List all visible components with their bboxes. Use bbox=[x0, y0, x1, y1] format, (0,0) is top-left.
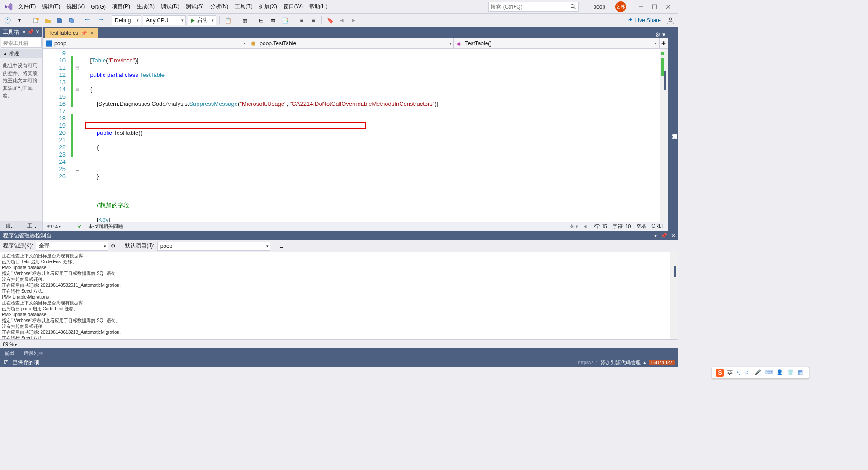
menu-project[interactable]: 项目(P) bbox=[109, 1, 133, 12]
config-dropdown[interactable]: Debug bbox=[112, 15, 141, 25]
document-tabstrip: TestTable.cs 📌 ✕ ⚙ ▾ bbox=[43, 27, 668, 38]
console-clear-icon[interactable]: ≣ bbox=[279, 243, 284, 249]
tb-icon-7[interactable]: ≡ bbox=[308, 15, 318, 25]
menu-edit[interactable]: 编辑(E) bbox=[39, 1, 63, 12]
tb-icon-10: ► bbox=[349, 15, 359, 25]
tb-icon-2[interactable]: ▦ bbox=[240, 15, 250, 25]
editor-statusbar: 69 % ✔ 未找到相关问题 ❖ ▾ ◄ 行: 15 字符: 10 空格 CRL… bbox=[43, 222, 668, 231]
save-all-icon[interactable] bbox=[66, 15, 76, 25]
tb-icon-9: ◄ bbox=[337, 15, 347, 25]
gear-icon[interactable]: ⚙ bbox=[111, 243, 116, 249]
tb-icon-3[interactable]: ⊟ bbox=[256, 15, 266, 25]
global-search-input[interactable] bbox=[491, 4, 570, 10]
menu-view[interactable]: 视图(V) bbox=[64, 1, 87, 12]
console-zoom[interactable]: 69 % bbox=[3, 342, 17, 347]
menubar: 文件(F) 编辑(E) 视图(V) Git(G) 项目(P) 生成(B) 调试(… bbox=[0, 0, 678, 14]
svg-point-0 bbox=[571, 4, 574, 7]
menu-build[interactable]: 生成(B) bbox=[134, 1, 157, 12]
menu-debug[interactable]: 调试(D) bbox=[158, 1, 182, 12]
editor-scrollbar[interactable] bbox=[660, 49, 668, 222]
nav-back-icon[interactable] bbox=[3, 15, 13, 25]
liveshare-button[interactable]: Live Share bbox=[624, 17, 664, 24]
line-indicator[interactable]: 行: 15 bbox=[594, 223, 607, 230]
tab-pin-icon[interactable]: 📌 bbox=[81, 30, 87, 36]
liveshare-icon bbox=[627, 17, 633, 24]
toolbox-tab-toolbox[interactable]: 工... bbox=[21, 221, 42, 231]
eol-indicator[interactable]: CRLF bbox=[651, 223, 665, 230]
save-icon[interactable] bbox=[55, 15, 65, 25]
status-bar: ☑ 已保存的项 https:// ↑ 添加到源代码管理 ▴ 16874327 bbox=[0, 357, 678, 367]
menu-file[interactable]: 文件(F) bbox=[15, 1, 38, 12]
tb-icon-8[interactable]: 🔖 bbox=[325, 15, 335, 25]
save-status-icon: ☑ bbox=[4, 359, 9, 366]
vs-logo-icon bbox=[3, 1, 14, 13]
close-icon[interactable] bbox=[665, 4, 671, 9]
col-indicator[interactable]: 字符: 10 bbox=[613, 223, 631, 230]
console-output[interactable]: 正在检查上下文的目标是否为现有数据库... 已为项目 Tets 启用 Code … bbox=[0, 252, 678, 339]
source-control-button[interactable]: 添加到源代码管理 bbox=[601, 359, 641, 366]
tb-icon-1[interactable]: 📋 bbox=[223, 15, 233, 25]
menu-git[interactable]: Git(G) bbox=[88, 2, 108, 11]
pin-icon[interactable]: ▾ 📌 ✕ bbox=[23, 29, 40, 35]
bottom-tabs: 输出 错误列表 bbox=[0, 348, 678, 357]
nav-split-icon[interactable]: ✚ bbox=[659, 38, 668, 48]
toolbox-tab-server[interactable]: 服... bbox=[0, 221, 21, 231]
tb-icon-5[interactable]: 📑 bbox=[280, 15, 290, 25]
code-content[interactable]: [Table("Province")] public partial class… bbox=[81, 49, 660, 222]
tab-testtable[interactable]: TestTable.cs 📌 ✕ bbox=[45, 28, 98, 38]
scrollbar-thumb[interactable] bbox=[664, 71, 666, 90]
nav-project[interactable]: 🟦poop bbox=[43, 38, 248, 48]
menu-test[interactable]: 测试(S) bbox=[183, 1, 207, 12]
tab-close-icon[interactable]: ✕ bbox=[90, 30, 94, 36]
tab-errorlist[interactable]: 错误列表 bbox=[19, 350, 48, 356]
new-item-icon[interactable] bbox=[31, 15, 41, 25]
menu-tools[interactable]: 工具(T) bbox=[232, 1, 255, 12]
console-src-dropdown[interactable]: 全部 bbox=[36, 242, 108, 251]
console-close-icon[interactable]: ✕ bbox=[671, 233, 675, 239]
up-icon[interactable]: ↑ bbox=[596, 360, 599, 365]
redo-icon[interactable] bbox=[95, 15, 105, 25]
issues-text: 未找到相关问题 bbox=[88, 223, 558, 230]
code-editor[interactable]: 91011121314151617181920212223242526 ⊟││⊟… bbox=[43, 49, 668, 222]
console-scrollbar[interactable] bbox=[670, 252, 678, 339]
ok-icon: ✔ bbox=[78, 223, 82, 229]
fold-gutter[interactable]: ⊟││⊟││││││││││⊏ bbox=[74, 49, 81, 222]
toolbox-search[interactable]: 搜索工具箱 bbox=[1, 38, 42, 48]
menu-help[interactable]: 帮助(H) bbox=[307, 1, 330, 12]
tab-output[interactable]: 输出 bbox=[0, 350, 19, 356]
search-icon bbox=[570, 4, 576, 10]
maximize-icon[interactable] bbox=[652, 4, 657, 9]
toolbox-category[interactable]: ▲ 常规 bbox=[0, 49, 42, 58]
right-dock: 解决方案资源管理器 属性 bbox=[668, 27, 678, 231]
account-icon[interactable] bbox=[665, 15, 675, 25]
nav-class[interactable]: ⬣poop.TestTable bbox=[248, 38, 453, 48]
change-markbar bbox=[70, 49, 74, 222]
undo-icon[interactable] bbox=[83, 15, 93, 25]
toolbox-empty-text: 此组中没有可用的控件。将某项拖至此文本可将其添加到工具箱。 bbox=[0, 58, 42, 103]
indent-indicator[interactable]: 空格 bbox=[636, 223, 646, 230]
menu-ext[interactable]: 扩展(X) bbox=[256, 1, 280, 12]
toolbox-panel: 工具箱 ▾ 📌 ✕ 搜索工具箱 ▲ 常规 此组中没有可用的控件。将某项拖至此文本… bbox=[0, 27, 43, 231]
nav-member[interactable]: ◉TestTable() bbox=[454, 38, 659, 48]
platform-dropdown[interactable]: Any CPU bbox=[143, 15, 186, 25]
console-pin-icon[interactable]: 📌 bbox=[660, 233, 667, 239]
zoom-dropdown[interactable]: 69 % bbox=[47, 224, 71, 229]
global-search[interactable] bbox=[488, 2, 579, 12]
menu-analyze[interactable]: 分析(N) bbox=[208, 1, 231, 12]
nav-icon[interactable]: ❖ ▾ ◄ bbox=[564, 223, 587, 229]
open-icon[interactable] bbox=[43, 15, 53, 25]
tb-icon-4[interactable]: ↹ bbox=[268, 15, 278, 25]
console-proj-dropdown[interactable]: poop bbox=[157, 242, 270, 251]
tabstrip-gear-icon[interactable]: ⚙ ▾ bbox=[652, 31, 668, 38]
tb-icon-6[interactable]: ≡ bbox=[297, 15, 307, 25]
start-button[interactable]: ▶启动 bbox=[188, 15, 216, 25]
svg-point-8 bbox=[36, 18, 39, 20]
toolbox-header: 工具箱 ▾ 📌 ✕ bbox=[0, 27, 42, 37]
menu-window[interactable]: 窗口(W) bbox=[281, 1, 306, 12]
console-menu-icon[interactable]: ▾ bbox=[654, 233, 657, 239]
nav-fwd-icon[interactable]: ▾ bbox=[14, 15, 24, 25]
avatar[interactable]: 艺林 bbox=[615, 1, 626, 12]
save-status-text: 已保存的项 bbox=[12, 359, 39, 366]
console-proj-label: 默认项目(J): bbox=[125, 242, 154, 250]
minimize-icon[interactable] bbox=[638, 4, 644, 9]
